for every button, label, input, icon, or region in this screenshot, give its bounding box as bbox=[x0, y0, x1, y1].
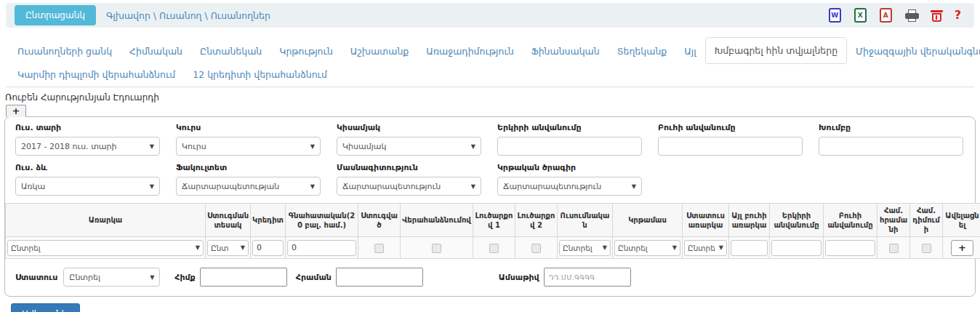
tab-certificate[interactable]: Տեղեկանք bbox=[609, 39, 676, 64]
chevron-down-icon: ▼ bbox=[150, 274, 154, 281]
chevron-down-icon: ▼ bbox=[150, 183, 154, 190]
course-select[interactable]: Կուրս ▼ bbox=[176, 137, 321, 156]
table-header-row: Առարկա Ստուգման տեսակ Կրեդիտ Գնահատական(… bbox=[6, 204, 980, 237]
tab-12-credit-retake[interactable]: 12 կրեդիտի վերահանձնում bbox=[184, 64, 336, 87]
help-icon[interactable]: ? bbox=[955, 9, 961, 21]
chevron-down-icon: ▼ bbox=[603, 244, 607, 251]
status-label: Ստատուս bbox=[15, 273, 57, 282]
retake-checkbox[interactable] bbox=[432, 244, 441, 253]
tab-education[interactable]: Կրթություն bbox=[270, 39, 342, 64]
field-course: Կուրս Կուրս ▼ bbox=[176, 123, 321, 156]
liquidation-2-checkbox[interactable] bbox=[531, 244, 541, 253]
faculty-select[interactable]: Ճարտարապետության ▼ bbox=[176, 177, 321, 196]
curriculum-part-select[interactable]: Ընտրել ▼ bbox=[614, 240, 680, 256]
export-pdf-icon[interactable]: A bbox=[880, 8, 892, 23]
col-curriculum-part: Կրթամաս bbox=[613, 204, 683, 237]
edu-form-label: Ուս. ձև bbox=[15, 163, 160, 172]
field-group: Խումբը bbox=[819, 123, 963, 156]
print-icon[interactable] bbox=[905, 9, 919, 22]
tab-students-list[interactable]: Ուսանողների ցանկ bbox=[9, 39, 121, 64]
filter-row-2: Ուս. ձև Առկա ▼ Ֆակուլտետ Ճարտարապետությա… bbox=[5, 163, 975, 196]
educational-select[interactable]: Ընտրել ▼ bbox=[559, 240, 611, 256]
university-name-input[interactable] bbox=[658, 137, 803, 156]
semester-select[interactable]: Կիսամյակ ▼ bbox=[337, 137, 481, 156]
field-faculty: Ֆակուլտետ Ճարտարապետության ▼ bbox=[176, 163, 321, 196]
tab-financial[interactable]: Ֆինանսական bbox=[523, 39, 609, 64]
chevron-down-icon: ▼ bbox=[310, 143, 315, 150]
university-name-label: Բուհի անվանումը bbox=[658, 123, 803, 132]
chevron-down-icon: ▼ bbox=[241, 244, 245, 251]
speciality-select[interactable]: Ճարտարապետություն ▼ bbox=[337, 177, 481, 196]
check-type-select[interactable]: Ընտ ▼ bbox=[207, 240, 249, 256]
field-speciality: Մասնագիտություն Ճարտարապետություն ▼ bbox=[337, 163, 481, 196]
speciality-label: Մասնագիտություն bbox=[337, 163, 481, 172]
faculty-value: Ճարտարապետության bbox=[182, 182, 279, 191]
order-label: Հրաման bbox=[296, 273, 332, 282]
col-liquidation-1: Լուծարքով 1 bbox=[473, 204, 515, 237]
academic-year-select[interactable]: 2017 - 2018 ուս. տարի ▼ bbox=[15, 137, 160, 156]
chevron-down-icon: ▼ bbox=[471, 183, 475, 190]
col-order-number: Համ. հրամանի bbox=[877, 204, 910, 237]
status-select[interactable]: Ընտրել ▼ bbox=[63, 268, 160, 287]
speciality-value: Ճարտարապետություն bbox=[342, 182, 441, 191]
semester-value: Կիսամյակ bbox=[342, 142, 386, 151]
liquidation-1-checkbox[interactable] bbox=[489, 244, 499, 253]
educational-value: Ընտրել bbox=[563, 244, 593, 252]
tab-other[interactable]: Այլ bbox=[675, 39, 704, 64]
delete-icon[interactable] bbox=[932, 10, 941, 22]
chevron-down-icon: ▼ bbox=[471, 143, 475, 150]
checked-checkbox[interactable] bbox=[374, 244, 384, 253]
add-record-tab-button[interactable]: + bbox=[6, 105, 26, 117]
subjects-table: Առարկա Ստուգման տեսակ Կրեդիտ Գնահատական(… bbox=[5, 203, 980, 259]
chevron-down-icon: ▼ bbox=[719, 244, 723, 251]
group-input[interactable] bbox=[819, 137, 963, 156]
application-number-checkbox[interactable] bbox=[922, 244, 931, 253]
subject-select[interactable]: Ընտրել ▼ bbox=[7, 240, 204, 256]
edu-form-select[interactable]: Առկա ▼ bbox=[15, 177, 160, 196]
status-subject-value: Ընտրե bbox=[688, 244, 715, 252]
basis-label: Հիմք bbox=[174, 273, 195, 282]
status-subject-select[interactable]: Ընտրե ▼ bbox=[684, 240, 727, 256]
add-button[interactable]: Ավելացնել bbox=[11, 303, 80, 312]
tab-international-restore[interactable]: Միջազգային վերականգնում bbox=[847, 39, 980, 64]
trash-line bbox=[936, 15, 937, 20]
edu-program-select[interactable]: Ճարտարապետություն ▼ bbox=[497, 177, 642, 196]
student-name: Ռուբեն Հարությունյան Էդուարդի bbox=[5, 92, 980, 103]
tab-red-diploma-retake[interactable]: Կարմիր դիպլոմի վերահանձնում bbox=[9, 64, 184, 87]
table-row: Ընտրել ▼ Ընտ ▼ Ընտ bbox=[6, 237, 980, 259]
order-number-checkbox[interactable] bbox=[889, 244, 899, 253]
tab-row-1: Ուսանողների ցանկ Հիմնական Ընտանեկան Կրթո… bbox=[9, 37, 971, 64]
basis-input[interactable] bbox=[200, 268, 287, 287]
credit-input[interactable] bbox=[252, 240, 284, 256]
menu-button[interactable]: Ընտրացանկ bbox=[15, 5, 96, 25]
subject-value: Ընտրել bbox=[11, 244, 41, 252]
col-add: Ավելացնել bbox=[943, 204, 980, 237]
tab-family[interactable]: Ընտանեկան bbox=[191, 39, 270, 64]
country-name-label: Երկիրի անվանումը bbox=[497, 123, 642, 132]
university-name-cell-input[interactable] bbox=[825, 240, 875, 256]
semester-label: Կիսամյակ bbox=[337, 123, 481, 132]
export-excel-icon[interactable]: X bbox=[854, 8, 867, 23]
tab-work[interactable]: Աշխատանք bbox=[342, 39, 417, 64]
field-edu-form: Ուս. ձև Առկա ▼ bbox=[15, 163, 160, 196]
tab-progress[interactable]: Առաջադիմություն bbox=[417, 39, 522, 64]
country-name-cell-input[interactable] bbox=[771, 240, 822, 256]
filter-row-1: Ուս. տարի 2017 - 2018 ուս. տարի ▼ Կուրս … bbox=[5, 123, 975, 156]
tab-navigation: Ուսանողների ցանկ Հիմնական Ընտանեկան Կրթո… bbox=[6, 37, 974, 87]
status-row: Ստատուս Ընտրել ▼ Հիմք Հրաման Ամսաթիվ bbox=[5, 259, 975, 296]
col-application-number: Համ. դիմումի bbox=[910, 204, 943, 237]
tab-main[interactable]: Հիմնական bbox=[121, 39, 191, 64]
country-name-input[interactable] bbox=[497, 137, 642, 156]
add-row-button[interactable]: + bbox=[951, 240, 973, 256]
edu-program-label: Կրթական ծրագիր bbox=[497, 163, 642, 172]
other-uni-subject-input[interactable] bbox=[731, 240, 768, 256]
order-input[interactable] bbox=[336, 268, 423, 287]
edit-old-data-panel: Ուս. տարի 2017 - 2018 ուս. տարի ▼ Կուրս … bbox=[4, 116, 976, 297]
academic-year-value: 2017 - 2018 ուս. տարի bbox=[21, 142, 117, 151]
breadcrumb[interactable]: Գլխավոր \ Ուսանող \ Ուսանողներ bbox=[106, 10, 270, 21]
export-word-icon[interactable]: W bbox=[829, 8, 841, 23]
tab-edit-old-data[interactable]: Խմբագրել հին տվյալները bbox=[705, 37, 847, 64]
date-input[interactable] bbox=[544, 268, 631, 287]
grade-input[interactable] bbox=[287, 240, 356, 256]
tab-row-2: Կարմիր դիպլոմի վերահանձնում 12 կրեդիտի վ… bbox=[9, 64, 971, 87]
